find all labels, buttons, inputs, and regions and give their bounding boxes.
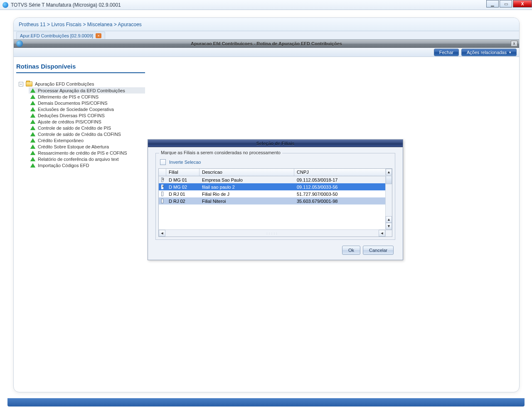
cell-cnpj: 51.727.907/0003-50 [294, 192, 392, 197]
vertical-scrollbar[interactable]: ▲ ▲ ▼ [385, 169, 392, 229]
scroll-down-button[interactable]: ▼ [386, 223, 392, 229]
row-checkbox-cell[interactable] [159, 185, 166, 189]
triangle-icon [30, 151, 35, 155]
tree-item-label: Processar Apuração da EFD Contribuições [38, 88, 125, 93]
window-maximize-button[interactable]: ▭ [500, 0, 512, 7]
cell-descricao: Filial Rio de J [200, 192, 294, 197]
window-minimize-button[interactable]: ▁ [486, 0, 499, 7]
scroll-corner [385, 230, 392, 237]
inner-window-close-button[interactable]: x [511, 41, 517, 47]
dialog-fieldset: Marque as Filiais a serem consideradas n… [155, 153, 395, 240]
toolbar: Fechar Ações relacionadas▾ [14, 48, 519, 57]
invert-selection-label: Inverte Selecao [169, 160, 201, 165]
tree-item-label: Controle de saldo de Crédito de PIS [38, 126, 111, 131]
window-titlebar: TOTVS Série T Manufatura (Microsiga) 02.… [0, 0, 532, 10]
tree-item-label: Crédito Sobre Estoque de Abertura [38, 144, 109, 149]
scroll-up-button-2[interactable]: ▲ [386, 216, 392, 223]
scroll-track[interactable]: : : : : : [165, 230, 379, 237]
cell-cnpj: 35.603.679/0001-98 [294, 199, 392, 204]
triangle-icon [30, 157, 35, 161]
grid-header-filial[interactable]: Filial [166, 169, 200, 176]
invert-selection-row[interactable]: Inverte Selecao [160, 159, 392, 165]
tree-item[interactable]: Deduções Diversas PIS COFINS [29, 112, 145, 118]
triangle-icon [30, 95, 35, 99]
tab-close-icon[interactable]: × [96, 33, 101, 38]
tree-item[interactable]: Crédito Extemporâneo [29, 137, 145, 143]
triangle-icon [30, 163, 35, 168]
scroll-up-button[interactable]: ▲ [386, 169, 392, 175]
row-checkbox-cell[interactable] [159, 199, 166, 203]
sidebar-title: Rotinas Disponíveis [16, 63, 145, 73]
table-row[interactable]: D MG 02filail sao paulo 209.112.053/0033… [159, 183, 392, 190]
tree-item[interactable]: Exclusões de Sociedade Cooperativa [29, 106, 145, 112]
tree-item[interactable]: Ressarcimento de crédito de PIS e COFINS [29, 150, 145, 156]
tree-root-label: Apuração EFD Contribuições [35, 81, 94, 86]
tree-item[interactable]: Crédito Sobre Estoque de Abertura [29, 143, 145, 150]
breadcrumb-bar: Protheus 11 > Livros Fiscais > Miscelane… [14, 18, 519, 31]
grid-header-check[interactable] [159, 169, 166, 176]
window-title: TOTVS Série T Manufatura (Microsiga) 02.… [11, 2, 121, 8]
cell-descricao: filail sao paulo 2 [200, 185, 294, 190]
window-close-button[interactable]: X [513, 0, 532, 7]
main-panel: Seleção de Filiais Marque as Filiais a s… [148, 57, 519, 392]
row-checkbox[interactable] [161, 192, 163, 196]
tree-item-label: Crédito Extemporâneo [38, 138, 84, 143]
dialog-selecao-filiais: Seleção de Filiais Marque as Filiais a s… [148, 139, 403, 260]
inner-window-title: Apuracao Efd Contribuicoes - Rotina de A… [14, 41, 519, 46]
dialog-title: Seleção de Filiais [148, 140, 403, 147]
row-checkbox-cell[interactable] [159, 192, 166, 196]
folder-icon [26, 81, 32, 86]
scroll-left-button[interactable]: ◄ [159, 230, 165, 237]
tree-root[interactable]: − Apuração EFD Contribuições [19, 81, 145, 86]
tab-apur-efd[interactable]: Apur.EFD Contribuições [02.9.0009] × [16, 32, 105, 39]
tree-item[interactable]: Diferimento de PIS e COFINS [29, 94, 145, 100]
triangle-icon [30, 138, 35, 143]
scroll-thumb[interactable] [386, 176, 392, 184]
tree-item[interactable]: Relatório de conferência do arquivo text [29, 156, 145, 162]
ok-button[interactable]: Ok [342, 246, 360, 255]
tree-item[interactable]: Controle de saldo de Crédito da COFINS [29, 131, 145, 137]
tree-item-label: Exclusões de Sociedade Cooperativa [38, 107, 114, 112]
scroll-left-button-2[interactable]: ◄ [379, 230, 385, 237]
triangle-icon [30, 132, 35, 136]
sidebar: Rotinas Disponíveis − Apuração EFD Contr… [14, 57, 148, 392]
tree-item[interactable]: Demais Documentos PIS/COFINS [29, 100, 145, 106]
tree-item-label: Deduções Diversas PIS COFINS [38, 113, 105, 118]
grid-header-descricao[interactable]: Descricao [200, 169, 294, 176]
cell-cnpj: 09.112.053/0033-56 [294, 185, 392, 190]
chevron-down-icon: ▾ [509, 50, 511, 54]
tree-item[interactable]: Importação Códigos EFD [29, 162, 145, 168]
table-row[interactable]: D MG 01Empresa Sao Paulo09.112.053/0018-… [159, 176, 392, 183]
app-icon [2, 2, 8, 8]
cell-descricao: Filial Niteroi [200, 199, 294, 204]
table-row[interactable]: D RJ 02Filial Niteroi35.603.679/0001-98 [159, 197, 392, 204]
dialog-legend: Marque as Filiais a serem consideradas n… [159, 150, 282, 155]
table-row[interactable]: D RJ 01Filial Rio de J51.727.907/0003-50 [159, 190, 392, 197]
row-checkbox[interactable] [161, 185, 163, 189]
row-checkbox[interactable] [161, 177, 163, 182]
routine-tree: − Apuração EFD Contribuições Processar A… [16, 81, 145, 168]
filiais-grid: Filial Descricao CNPJ D MG 01Empresa Sao… [158, 168, 392, 237]
horizontal-scrollbar[interactable]: ◄ : : : : : ◄ ► [159, 229, 392, 237]
tree-item[interactable]: Processar Apuração da EFD Contribuições [29, 87, 145, 94]
acoes-relacionadas-button[interactable]: Ações relacionadas▾ [461, 49, 517, 56]
tree-collapse-icon[interactable]: − [19, 82, 23, 86]
cell-filial: D RJ 01 [166, 192, 200, 197]
grid-header-cnpj[interactable]: CNPJ [294, 169, 392, 176]
triangle-icon [30, 126, 35, 130]
row-checkbox-cell[interactable] [159, 177, 166, 182]
grid-header: Filial Descricao CNPJ [159, 169, 392, 176]
tree-item-label: Ressarcimento de crédito de PIS e COFINS [38, 150, 127, 155]
tree-item[interactable]: Controle de saldo de Crédito de PIS [29, 125, 145, 131]
tree-item[interactable]: Ajuste de créditos PIS/COFINS [29, 118, 145, 125]
cell-filial: D RJ 02 [166, 199, 200, 204]
main-card: Protheus 11 > Livros Fiscais > Miscelane… [13, 17, 520, 392]
row-checkbox[interactable] [161, 199, 163, 203]
cancel-button[interactable]: Cancelar [363, 246, 394, 255]
cell-descricao: Empresa Sao Paulo [200, 177, 294, 182]
invert-selection-checkbox[interactable] [160, 159, 166, 165]
cell-filial: D MG 02 [166, 185, 200, 190]
fechar-button[interactable]: Fechar [434, 49, 459, 56]
breadcrumb[interactable]: Protheus 11 > Livros Fiscais > Miscelane… [19, 22, 142, 27]
tree-item-label: Diferimento de PIS e COFINS [38, 94, 99, 99]
